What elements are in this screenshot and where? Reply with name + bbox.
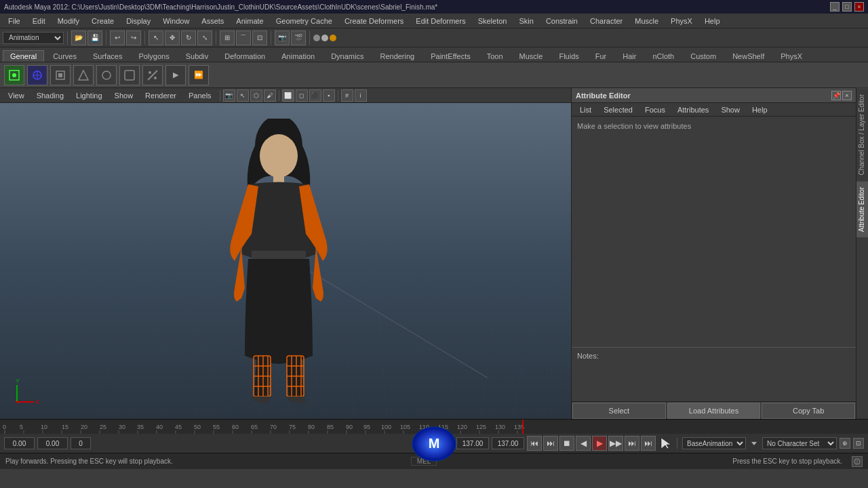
- minimize-btn[interactable]: _: [830, 2, 840, 12]
- go-end-btn[interactable]: ⏭: [641, 436, 656, 451]
- shelf-icon-2[interactable]: [27, 65, 47, 85]
- shelf-tab-dynamics[interactable]: Dynamics: [323, 50, 371, 62]
- snap-point-btn[interactable]: ⊡: [252, 30, 267, 45]
- shelf-tab-ncloth[interactable]: nCloth: [645, 50, 682, 62]
- open-btn[interactable]: 📂: [71, 30, 86, 45]
- menu-help[interactable]: Help: [699, 16, 726, 26]
- shelf-tab-surfaces[interactable]: Surfaces: [85, 50, 130, 62]
- vp-btn-smooth[interactable]: ⬛: [309, 89, 321, 102]
- play-btn[interactable]: ▶: [592, 436, 607, 451]
- maximize-btn[interactable]: □: [842, 2, 852, 12]
- scale-btn[interactable]: ⤡: [197, 30, 212, 45]
- quality-high[interactable]: [330, 35, 336, 41]
- vp-btn-select[interactable]: ↖: [237, 89, 249, 102]
- status-icon-btn[interactable]: !: [852, 456, 863, 467]
- shelf-icon-3[interactable]: [50, 65, 71, 85]
- vp-btn-paint[interactable]: 🖌: [264, 89, 276, 102]
- window-controls[interactable]: _ □ ×: [830, 2, 864, 12]
- vp-btn-grid[interactable]: #: [341, 89, 353, 102]
- shelf-icon-6[interactable]: [119, 65, 140, 85]
- render-btn[interactable]: 🎬: [291, 30, 306, 45]
- side-tab-channel-box[interactable]: Channel Box / Layer Editor: [856, 88, 868, 181]
- load-attributes-button[interactable]: Load Attributes: [667, 403, 761, 419]
- scene-area[interactable]: Y X: [0, 103, 571, 419]
- end-field[interactable]: [71, 437, 91, 449]
- char-btn2[interactable]: ⊡: [853, 438, 864, 449]
- menu-physx[interactable]: PhysX: [665, 16, 698, 26]
- shelf-icon-7[interactable]: [142, 65, 163, 85]
- menu-muscle[interactable]: Muscle: [629, 16, 664, 26]
- vp-btn-flat[interactable]: ◻: [296, 89, 308, 102]
- animation-type-select[interactable]: BaseAnimation: [682, 437, 746, 449]
- shelf-tab-animation[interactable]: Animation: [274, 50, 322, 62]
- menu-skin[interactable]: Skin: [513, 16, 538, 26]
- ae-tab-help[interactable]: Help: [747, 104, 773, 115]
- menu-edit[interactable]: Edit: [27, 16, 51, 26]
- menu-constrain[interactable]: Constrain: [540, 16, 583, 26]
- ae-pin-btn[interactable]: 📌: [831, 91, 841, 100]
- next-frame-btn[interactable]: ▶▶: [608, 436, 623, 451]
- ae-tab-list[interactable]: List: [574, 104, 597, 115]
- character-set-select[interactable]: No Character Set: [762, 437, 837, 449]
- close-btn[interactable]: ×: [854, 2, 864, 12]
- shelf-tab-rendering[interactable]: Rendering: [372, 50, 422, 62]
- shelf-tab-subdiv[interactable]: Subdiv: [178, 50, 216, 62]
- prev-key-btn[interactable]: ⏭: [543, 436, 558, 451]
- side-tab-attribute-editor[interactable]: Attribute Editor: [856, 181, 868, 237]
- current-time-field[interactable]: [4, 437, 35, 449]
- menu-modify[interactable]: Modify: [52, 16, 85, 26]
- redo-btn[interactable]: ↪: [126, 30, 141, 45]
- shelf-icon-1[interactable]: [4, 65, 24, 85]
- prev-play-btn[interactable]: ◀: [576, 436, 591, 451]
- select-button[interactable]: Select: [572, 403, 666, 419]
- ae-tab-selected[interactable]: Selected: [598, 104, 638, 115]
- shelf-tab-general[interactable]: General: [3, 50, 44, 62]
- viewport[interactable]: View Shading Lighting Show Renderer Pane…: [0, 88, 571, 419]
- vp-menu-show[interactable]: Show: [109, 90, 139, 101]
- menu-edit-deformers[interactable]: Edit Deformers: [410, 16, 471, 26]
- next-key-btn[interactable]: ⏭: [625, 436, 639, 451]
- shelf-tab-deformation[interactable]: Deformation: [217, 50, 273, 62]
- vp-btn-wireframe[interactable]: ⬜: [282, 89, 294, 102]
- shelf-tab-toon[interactable]: Toon: [479, 50, 511, 62]
- quality-low[interactable]: [313, 35, 320, 41]
- vp-menu-renderer[interactable]: Renderer: [140, 90, 182, 101]
- menu-skeleton[interactable]: Skeleton: [473, 16, 513, 26]
- shelf-tab-custom[interactable]: Custom: [683, 50, 724, 62]
- go-start-btn[interactable]: ⏮: [527, 436, 542, 451]
- undo-btn[interactable]: ↩: [110, 30, 125, 45]
- shelf-tab-hair[interactable]: Hair: [615, 50, 644, 62]
- vp-menu-panels[interactable]: Panels: [183, 90, 217, 101]
- vp-menu-lighting[interactable]: Lighting: [71, 90, 108, 101]
- menu-assets[interactable]: Assets: [196, 16, 229, 26]
- shelf-tab-newshelf[interactable]: NewShelf: [725, 50, 772, 62]
- vp-btn-lasso[interactable]: ⬡: [250, 89, 262, 102]
- vp-btn-heads-up[interactable]: i: [355, 89, 367, 102]
- shelf-tab-fluids[interactable]: Fluids: [551, 50, 586, 62]
- shelf-icon-4[interactable]: [73, 65, 94, 85]
- ae-close-btn[interactable]: ×: [842, 91, 852, 100]
- menu-create-deformers[interactable]: Create Deformers: [339, 16, 409, 26]
- snap-grid-btn[interactable]: ⊞: [220, 30, 235, 45]
- menu-animate[interactable]: Animate: [231, 16, 269, 26]
- shelf-icon-5[interactable]: [96, 65, 117, 85]
- vp-menu-shading[interactable]: Shading: [31, 90, 69, 101]
- menu-geometry-cache[interactable]: Geometry Cache: [271, 16, 338, 26]
- range-end-field[interactable]: [492, 437, 524, 449]
- shelf-tab-physx[interactable]: PhysX: [773, 50, 810, 62]
- rotate-btn[interactable]: ↻: [181, 30, 196, 45]
- ae-tab-show[interactable]: Show: [715, 104, 745, 115]
- vp-menu-view[interactable]: View: [3, 90, 30, 101]
- shelf-tab-polygons[interactable]: Polygons: [131, 50, 176, 62]
- ae-tab-attributes[interactable]: Attributes: [672, 104, 714, 115]
- mode-select[interactable]: Animation Modeling Rigging: [3, 32, 64, 44]
- shelf-icon-8[interactable]: ▶: [165, 65, 186, 85]
- menu-display[interactable]: Display: [121, 16, 156, 26]
- shelf-tab-painteffects[interactable]: PaintEffects: [423, 50, 478, 62]
- select-btn[interactable]: ↖: [149, 30, 163, 45]
- shelf-tab-muscle[interactable]: Muscle: [512, 50, 551, 62]
- shelf-tab-curves[interactable]: Curves: [45, 50, 84, 62]
- quality-mid[interactable]: [321, 35, 328, 41]
- menu-file[interactable]: File: [3, 16, 26, 26]
- char-btn1[interactable]: ⊕: [840, 438, 850, 449]
